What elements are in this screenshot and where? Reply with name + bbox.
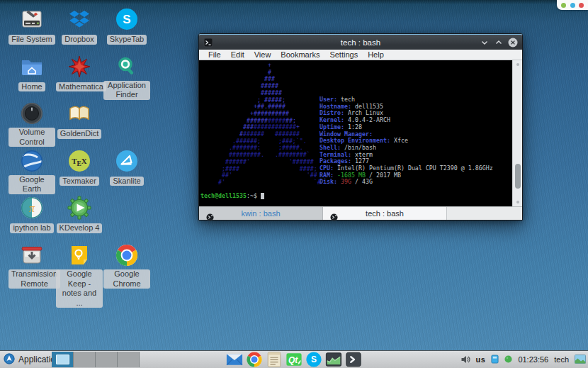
desktop-icon-skypetab[interactable]: SSkypeTab	[103, 6, 150, 45]
system-tray: us 01:23:56 tech	[460, 350, 586, 368]
workspace-3[interactable]	[96, 352, 118, 367]
desktop-icon-label: Transmission Remote	[9, 269, 60, 289]
skype-launcher-icon[interactable]: S	[305, 350, 323, 368]
skanlite-icon	[103, 148, 150, 174]
file-system-icon	[9, 6, 55, 32]
desktop-icon-google-earth[interactable]: Google Earth	[9, 148, 55, 195]
desktop-icon-dropbox[interactable]: Dropbox	[56, 6, 103, 45]
launcher-icons: QtS	[225, 350, 363, 368]
menu-file[interactable]: File	[203, 50, 226, 59]
menu-bar: FileEditViewBookmarksSettingsHelp	[199, 50, 522, 60]
close-button[interactable]	[508, 38, 518, 48]
applications-menu-icon	[4, 353, 15, 367]
recorder-dot-red	[579, 3, 584, 8]
menu-help[interactable]: Help	[363, 50, 389, 59]
google-keep-icon	[56, 242, 103, 268]
scroll-up-marker	[516, 63, 519, 66]
desktop-icon-label: Application Finder	[103, 81, 150, 100]
tab-label: kwin : bash	[241, 209, 280, 218]
transmission-remote-icon	[9, 242, 55, 268]
tab-bar: kwin : bashtech : bash	[199, 206, 522, 220]
notes-launcher-icon[interactable]	[265, 350, 283, 368]
workspace-pager	[52, 352, 140, 367]
workspace-1[interactable]	[52, 352, 74, 367]
recorder-dot-green	[561, 3, 566, 8]
terminal-area[interactable]: + # ### ##### ###### ; #####; +##.##### …	[199, 60, 522, 206]
desktop-icon-label: SkypeTab	[107, 35, 147, 45]
taskbar-panel: Applications QtS us 01:23:56 tech	[0, 350, 588, 368]
scrollbar-handle[interactable]	[515, 164, 521, 189]
window-titlebar[interactable]: tech : bash	[199, 34, 522, 50]
qt-launcher-icon[interactable]: Qt	[285, 350, 303, 368]
desktop-icon-label: Dropbox	[62, 35, 97, 45]
desktop-icon-volume-control[interactable]: Volume Control	[9, 101, 55, 147]
desktop-icon-application-finder[interactable]: Application Finder	[103, 54, 150, 101]
terminal-launcher-icon[interactable]	[344, 350, 363, 368]
system-info: User: tech Hostname: dell1535 Distro: Ar…	[320, 96, 493, 186]
desktop-icon-home[interactable]: Home	[9, 54, 55, 92]
chrome-launcher-icon[interactable]	[245, 350, 264, 368]
mail-launcher-icon[interactable]	[225, 350, 244, 368]
desktop-icon-label: KDevelop 4	[57, 223, 103, 233]
system-monitor-launcher-icon[interactable]	[324, 350, 343, 368]
clipboard-tray-icon[interactable]	[491, 355, 499, 364]
desktop-icon-skanlite[interactable]: Skanlite	[103, 148, 150, 186]
home-icon	[9, 54, 55, 79]
desktop-icon-label: ipython lab	[10, 223, 53, 233]
desktop-icon-label: Google Earth	[9, 175, 55, 194]
application-finder-icon	[103, 54, 150, 79]
desktop-icon-transmission-remote[interactable]: Transmission Remote	[9, 242, 55, 289]
volume-icon[interactable]	[460, 355, 470, 364]
terminal-cursor	[261, 193, 264, 199]
ipython-lab-icon: π	[9, 195, 55, 221]
desktop-icon-label: Google Chrome	[103, 269, 150, 289]
desktop-preview-icon[interactable]	[575, 355, 586, 364]
dropbox-icon	[56, 6, 103, 32]
ascii-arch-logo: + # ### ##### ###### ; #####; +##.##### …	[200, 62, 321, 186]
mathematica-icon	[56, 54, 103, 79]
minimize-button[interactable]	[480, 38, 490, 48]
svg-text:S: S	[123, 13, 130, 26]
svg-text:π: π	[29, 202, 35, 214]
desktop: File SystemDropboxSSkypeTabHomeMathemati…	[0, 0, 588, 368]
desktop-icon-label: Home	[18, 82, 45, 92]
desktop-icon-ipython-lab[interactable]: πipython lab	[9, 195, 55, 233]
desktop-icon-goldendict[interactable]: GoldenDict	[56, 101, 103, 139]
desktop-icon-google-chrome[interactable]: Google Chrome	[103, 242, 150, 289]
menu-settings[interactable]: Settings	[324, 50, 363, 59]
texmaker-icon: TEX	[56, 148, 103, 174]
svg-text:Qt: Qt	[288, 355, 298, 365]
google-chrome-icon	[103, 242, 150, 268]
desktop-icon-label: Mathematica	[56, 82, 106, 92]
workspace-2[interactable]	[74, 352, 96, 367]
user-indicator[interactable]: tech	[554, 355, 569, 364]
shell-prompt: tech@dell1535:~$	[200, 193, 264, 200]
desktop-icon-label: GoldenDict	[57, 129, 101, 139]
goldendict-icon	[56, 101, 103, 126]
status-tray-icon[interactable]	[504, 355, 512, 363]
tab-kwin[interactable]: kwin : bash	[199, 207, 323, 220]
scrollbar[interactable]	[512, 60, 522, 206]
keyboard-layout-indicator[interactable]: us	[476, 355, 486, 364]
desktop-icon-label: File System	[9, 35, 55, 45]
window-title: tech : bash	[199, 38, 522, 47]
workspace-4[interactable]	[118, 352, 140, 367]
volume-control-icon	[9, 101, 55, 126]
maximize-button[interactable]	[494, 38, 504, 48]
clock[interactable]: 01:23:56	[518, 355, 548, 364]
pager-window-thumbnail	[56, 355, 69, 364]
desktop-icon-google-keep[interactable]: Google Keep - notes and ...	[56, 242, 103, 308]
tab-tech[interactable]: tech : bash	[323, 207, 447, 220]
desktop-icon-mathematica[interactable]: Mathematica	[56, 54, 103, 92]
menu-view[interactable]: View	[249, 50, 276, 59]
recorder-indicator	[557, 0, 588, 10]
konsole-window: tech : bash FileEditViewBookmarksSetting…	[198, 33, 523, 221]
menu-edit[interactable]: Edit	[226, 50, 249, 59]
google-earth-icon	[9, 148, 55, 174]
desktop-icon-file-system[interactable]: File System	[9, 6, 55, 45]
menu-bookmarks[interactable]: Bookmarks	[276, 50, 324, 59]
konsole-window-icon	[203, 38, 213, 48]
desktop-icon-kdevelop-4[interactable]: KDevelop 4	[56, 195, 103, 233]
desktop-icon-texmaker[interactable]: TEXTexmaker	[56, 148, 103, 186]
svg-text:S: S	[311, 355, 317, 364]
